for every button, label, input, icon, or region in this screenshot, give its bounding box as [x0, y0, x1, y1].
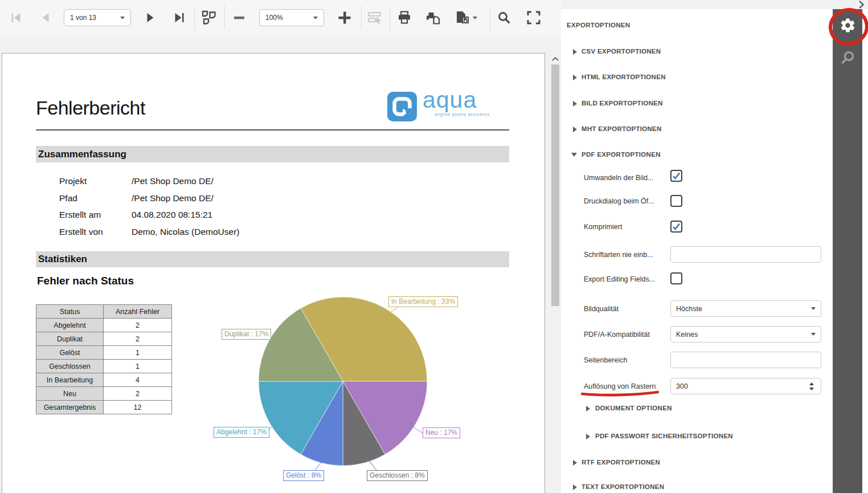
last-page-button[interactable]: [169, 7, 190, 28]
editing-fields-button: [365, 7, 386, 28]
umwandeln-checkbox[interactable]: [670, 170, 682, 182]
export-button[interactable]: [451, 7, 481, 28]
zoom-level-value: 100%: [265, 14, 283, 22]
expand-arrow-icon[interactable]: [586, 434, 590, 439]
option-label-druckdialog: Druckdialog beim Öf...: [584, 197, 654, 205]
section-bild-exportoptionen[interactable]: BILD EXPORTOPTIONEN: [582, 100, 663, 107]
option-label-schriftarten: Schriftarten nie einb...: [584, 251, 653, 259]
aufloesung-input[interactable]: [670, 378, 821, 394]
search-icon: [840, 50, 855, 66]
druckdialog-checkbox[interactable]: [670, 195, 682, 207]
aqua-tagline: aligned quality assurance: [424, 112, 490, 116]
pie-callout-leaders: [265, 308, 423, 470]
section-csv-exportoptionen[interactable]: CSV EXPORTOPTIONEN: [582, 48, 661, 55]
section-text-exportoptionen[interactable]: TEXT EXPORTOPTIONEN: [582, 483, 664, 490]
print-button[interactable]: [393, 7, 416, 28]
zoom-level-selector[interactable]: 100%: [259, 9, 324, 26]
section-rtf-exportoptionen[interactable]: RTF EXPORTOPTIONEN: [582, 459, 660, 466]
zoom-in-button[interactable]: [334, 7, 355, 28]
viewer-toolbar: 1 von 13 100%: [0, 0, 561, 35]
export-editing-checkbox[interactable]: [670, 272, 682, 284]
expand-arrow-icon[interactable]: [573, 101, 577, 107]
last-page-icon: [173, 11, 186, 24]
previous-page-icon: [39, 11, 52, 24]
multipage-view-button[interactable]: [198, 7, 221, 28]
print-page-button[interactable]: [421, 7, 445, 28]
first-page-button[interactable]: [6, 7, 26, 28]
aqua-wordmark: aqua: [423, 87, 477, 113]
export-save-icon: [455, 10, 470, 25]
option-label-pdfa: PDF/A-Kompatibilität: [584, 331, 650, 339]
multipage-icon: [201, 10, 218, 26]
spinner-up-icon[interactable]: [809, 382, 814, 385]
scrollbar-thumb[interactable]: [551, 64, 559, 306]
section-pdf-exportoptionen[interactable]: PDF EXPORTOPTIONEN: [582, 151, 661, 158]
section-dokument-optionen[interactable]: DOKUMENT OPTIONEN: [595, 405, 672, 411]
stats-section-header: Statistiken: [36, 251, 509, 267]
expand-arrow-icon[interactable]: [573, 484, 577, 490]
section-mht-exportoptionen[interactable]: MHT EXPORTOPTIONEN: [582, 125, 662, 132]
meta-row-pfad: Pfad/Pet Shop Demo DE/: [59, 193, 214, 203]
scroll-up-button[interactable]: [550, 53, 560, 64]
previous-page-button[interactable]: [35, 7, 56, 28]
column-header-status: Status: [36, 305, 104, 319]
expand-arrow-icon[interactable]: [573, 75, 577, 80]
meta-row-erstellt-von: Erstellt vonDemo, Nicolas (DemoUser): [59, 227, 239, 237]
meta-row-erstellt-am: Erstellt am04.08.2020 08:15:21: [59, 210, 212, 220]
pie-slice-geschlossen: [343, 381, 385, 466]
next-page-button[interactable]: [140, 7, 161, 28]
status-table: Status Anzahl Fehler Abgelehnt2Duplikat2…: [36, 304, 172, 414]
spinner-down-icon[interactable]: [809, 388, 814, 390]
fullscreen-button[interactable]: [523, 7, 544, 28]
panel-title: EXPORTOPTIONEN: [567, 22, 630, 28]
section-html-exportoptionen[interactable]: HTML EXPORTOPTIONEN: [582, 74, 666, 80]
chevron-right-icon: [858, 1, 865, 9]
table-row: Duplikat2: [36, 332, 172, 346]
first-page-icon: [10, 11, 22, 24]
expand-arrow-icon[interactable]: [573, 460, 577, 466]
pdfa-select[interactable]: Keines: [670, 326, 821, 343]
pie-slice-in-bearbeitung: [301, 297, 427, 381]
seitenbereich-input[interactable]: [670, 352, 821, 368]
next-page-icon: [144, 11, 157, 24]
komprimiert-checkbox[interactable]: [670, 221, 682, 233]
expand-arrow-icon[interactable]: [573, 49, 577, 55]
pie-slices: [259, 297, 427, 466]
table-row: Gelöst1: [36, 346, 172, 360]
pie-label-geloest: Gelöst : 8%: [283, 470, 324, 481]
schriftarten-input[interactable]: [670, 246, 821, 263]
expand-arrow-icon[interactable]: [586, 406, 590, 411]
collapse-arrow-icon[interactable]: [571, 153, 577, 157]
section-pdf-passwort[interactable]: PDF PASSWORT SICHERHEITSOPTIONEN: [595, 433, 733, 439]
table-row: In Bearbeitung4: [36, 373, 172, 387]
page-selector[interactable]: 1 von 13: [64, 9, 131, 26]
pie-slice-abgelehnt: [259, 381, 343, 454]
expand-arrow-icon[interactable]: [573, 127, 577, 132]
minus-icon: [232, 10, 247, 25]
zoom-out-button[interactable]: [229, 7, 249, 28]
bildqualitaet-select[interactable]: Höchste: [670, 300, 821, 317]
table-row: Neu2: [36, 387, 172, 401]
settings-gear-button[interactable]: [840, 17, 856, 36]
summary-section-header: Zusammenfassung: [36, 146, 509, 162]
check-icon: [672, 222, 681, 231]
panel-search-button[interactable]: [840, 50, 855, 68]
pie-label-duplikat: Duplikat : 17%: [222, 329, 271, 340]
table-row: Abgelehnt2: [36, 319, 172, 332]
chevron-down-icon: [120, 17, 125, 19]
chevron-down-icon: [811, 307, 816, 310]
plus-icon: [337, 10, 352, 25]
search-button[interactable]: [493, 7, 515, 28]
gear-icon: [840, 17, 856, 34]
report-viewer: 1 von 13 100%: [0, 0, 561, 493]
aqua-logo-icon: [387, 92, 417, 121]
search-icon: [497, 10, 511, 25]
page-selector-value: 1 von 13: [70, 14, 96, 22]
option-label-aufloesung: Auflösung von Rastern: [584, 382, 656, 390]
chevron-down-icon: [811, 333, 816, 336]
fullscreen-icon: [526, 10, 541, 25]
pdfa-value: Keines: [676, 331, 698, 339]
document-scrollbar[interactable]: [550, 53, 560, 493]
aqua-logo: aqua aligned quality assurance: [387, 92, 510, 124]
aufloesung-spinner[interactable]: [806, 378, 817, 394]
